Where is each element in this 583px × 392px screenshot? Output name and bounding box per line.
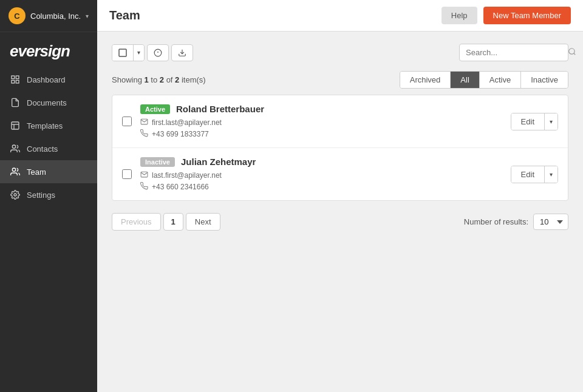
member-phone-1: +43 699 1833377 bbox=[152, 130, 209, 138]
filter-tab-archived[interactable]: Archived bbox=[400, 72, 451, 88]
member-checkbox-2[interactable] bbox=[122, 169, 132, 179]
svg-rect-4 bbox=[12, 122, 19, 129]
sidebar-nav: Dashboard Documents Templates Contacts T… bbox=[0, 68, 97, 206]
member-name-2: Julian Zehetmayr bbox=[181, 157, 256, 167]
topbar: Team Help New Team Member bbox=[97, 0, 583, 32]
svg-line-16 bbox=[574, 53, 576, 55]
results-row: Showing 1 to 2 of 2 item(s) Archived All… bbox=[112, 71, 568, 89]
member-email-1: first.last@apilayer.net bbox=[152, 118, 222, 127]
sidebar-item-templates[interactable]: Templates bbox=[0, 114, 97, 137]
svg-rect-1 bbox=[16, 76, 19, 79]
phone-icon-1 bbox=[140, 129, 148, 139]
sidebar: C Columbia, Inc. ▾ eversign Dashboard Do… bbox=[0, 0, 97, 392]
svg-point-7 bbox=[12, 145, 15, 148]
team-list: Active Roland Bretterbauer first.last@ap… bbox=[112, 95, 568, 201]
svg-rect-2 bbox=[12, 80, 15, 83]
page-title: Team bbox=[109, 8, 442, 22]
filter-tabs: Archived All Active Inactive bbox=[400, 71, 568, 89]
search-icon bbox=[568, 47, 576, 58]
member-name-row-2: Inactive Julian Zehetmayr bbox=[140, 157, 511, 167]
member-phone-2: +43 660 2341666 bbox=[152, 183, 209, 191]
member-phone-row-1: +43 699 1833377 bbox=[140, 129, 511, 139]
dashboard-icon bbox=[10, 74, 21, 85]
svg-rect-10 bbox=[119, 49, 126, 56]
templates-icon bbox=[10, 120, 21, 131]
status-toggle-button[interactable] bbox=[147, 44, 169, 61]
sidebar-label-documents: Documents bbox=[27, 98, 67, 107]
sidebar-item-settings[interactable]: Settings bbox=[0, 183, 97, 206]
checkbox-button[interactable] bbox=[112, 45, 133, 61]
svg-point-8 bbox=[12, 168, 15, 171]
eversign-logo: eversign bbox=[0, 32, 97, 66]
member-email-row-1: first.last@apilayer.net bbox=[140, 118, 511, 127]
results-per-page: Number of results: 10 25 50 100 bbox=[464, 214, 568, 230]
showing-text: Showing 1 to 2 of 2 item(s) bbox=[112, 75, 206, 84]
team-icon bbox=[10, 166, 21, 177]
new-team-member-button[interactable]: New Team Member bbox=[483, 7, 571, 24]
status-badge-1: Active bbox=[140, 104, 170, 114]
sidebar-item-documents[interactable]: Documents bbox=[0, 91, 97, 114]
checkbox-dropdown[interactable]: ▾ bbox=[112, 44, 145, 61]
next-button[interactable]: Next bbox=[186, 213, 220, 231]
sidebar-item-dashboard[interactable]: Dashboard bbox=[0, 68, 97, 91]
edit-caret-button-2[interactable]: ▾ bbox=[544, 166, 557, 183]
filter-tab-inactive[interactable]: Inactive bbox=[521, 72, 568, 88]
member-checkbox-1[interactable] bbox=[122, 117, 132, 126]
email-icon-2 bbox=[140, 171, 148, 180]
sidebar-label-contacts: Contacts bbox=[27, 144, 58, 154]
member-info-2: Inactive Julian Zehetmayr last.first@api… bbox=[140, 157, 511, 192]
results-info: Showing 1 to 2 of 2 item(s) bbox=[112, 75, 400, 84]
chevron-down-icon: ▾ bbox=[86, 13, 89, 19]
member-email-row-2: last.first@apilayer.net bbox=[140, 171, 511, 180]
search-box[interactable] bbox=[459, 44, 568, 61]
pagination-row: Previous 1 Next Number of results: 10 25… bbox=[112, 213, 568, 231]
sidebar-label-settings: Settings bbox=[27, 191, 55, 200]
table-row: Inactive Julian Zehetmayr last.first@api… bbox=[112, 148, 568, 200]
company-logo: C bbox=[9, 7, 26, 24]
edit-button-2[interactable]: Edit bbox=[511, 166, 544, 183]
status-badge-2: Inactive bbox=[140, 157, 175, 167]
main-content: Team Help New Team Member ▾ bbox=[97, 0, 583, 392]
content-area: ▾ Showing 1 to 2 of 2 item(s) Archi bbox=[97, 32, 583, 392]
sidebar-item-team[interactable]: Team bbox=[0, 160, 97, 183]
filter-tab-all[interactable]: All bbox=[451, 72, 479, 88]
sidebar-label-dashboard: Dashboard bbox=[27, 75, 66, 84]
svg-rect-3 bbox=[16, 80, 19, 83]
company-name: Columbia, Inc. bbox=[30, 12, 86, 21]
help-button[interactable]: Help bbox=[442, 7, 477, 24]
sidebar-item-contacts[interactable]: Contacts bbox=[0, 137, 97, 160]
download-button[interactable] bbox=[171, 44, 193, 61]
svg-point-15 bbox=[569, 49, 574, 54]
toolbar-row: ▾ bbox=[112, 44, 568, 61]
svg-point-9 bbox=[14, 194, 16, 196]
filter-tab-active[interactable]: Active bbox=[480, 72, 521, 88]
documents-icon bbox=[10, 97, 21, 108]
svg-rect-0 bbox=[12, 76, 15, 79]
phone-icon-2 bbox=[140, 182, 148, 192]
per-page-label: Number of results: bbox=[464, 217, 528, 226]
member-info-1: Active Roland Bretterbauer first.last@ap… bbox=[140, 104, 511, 139]
contacts-icon bbox=[10, 143, 21, 154]
sidebar-label-team: Team bbox=[27, 167, 46, 177]
current-page: 1 bbox=[163, 213, 183, 231]
per-page-select[interactable]: 10 25 50 100 bbox=[533, 214, 568, 230]
sidebar-label-templates: Templates bbox=[27, 121, 63, 130]
member-email-2: last.first@apilayer.net bbox=[152, 171, 222, 180]
checkbox-caret-button[interactable]: ▾ bbox=[133, 45, 144, 61]
company-selector[interactable]: C Columbia, Inc. ▾ bbox=[0, 0, 97, 32]
previous-button[interactable]: Previous bbox=[112, 213, 161, 231]
edit-caret-button-1[interactable]: ▾ bbox=[544, 113, 557, 130]
edit-button-group-1[interactable]: Edit ▾ bbox=[511, 113, 558, 130]
edit-button-1[interactable]: Edit bbox=[511, 113, 544, 130]
member-phone-row-2: +43 660 2341666 bbox=[140, 182, 511, 192]
member-name-1: Roland Bretterbauer bbox=[176, 104, 264, 114]
member-name-row-1: Active Roland Bretterbauer bbox=[140, 104, 511, 114]
settings-icon bbox=[10, 189, 21, 200]
email-icon-1 bbox=[140, 118, 148, 127]
table-row: Active Roland Bretterbauer first.last@ap… bbox=[112, 95, 568, 148]
search-input[interactable] bbox=[466, 48, 568, 57]
edit-button-group-2[interactable]: Edit ▾ bbox=[511, 166, 558, 183]
